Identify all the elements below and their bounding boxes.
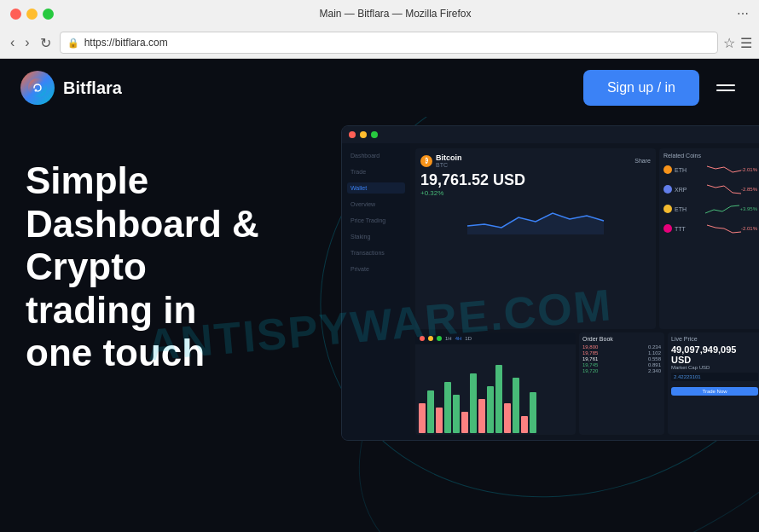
sidebar-item-transactions[interactable]: Transactions [347,247,405,258]
related-coin-name-3: ETH [675,206,705,212]
related-change-4: -2.01% [741,226,757,231]
bookmark-button[interactable]: ☆ [723,35,735,51]
candle-13 [521,416,528,433]
related-title: Related Coins [663,153,757,159]
ob-row-1: 19,800 0.234 [582,344,661,350]
hero-line-5: one touch [26,332,205,373]
hero-heading: Simple Dashboard & Crypto trading in one… [26,159,259,375]
hero-section: ANTISPYWARE.COM Simple Dashboard & Crypt… [0,117,759,532]
candle-1 [419,403,426,433]
sidebar-item-wallet[interactable]: Wallet [347,182,405,194]
candle-2 [427,390,434,433]
website: Bitflara Sign up / in ANTISPYWARE.COM Si… [0,59,759,532]
window-close-button[interactable] [10,9,21,20]
ob-size-1: 0.234 [648,344,661,350]
window-title: Main — Bitflara — Mozilla Firefox [54,8,737,20]
dashboard-preview: Dashboard Trade Wallet Overview Price Tr… [341,125,759,441]
coin-name: Bitcoin [436,153,462,162]
ob-buy-price-1: 19,745 [582,362,598,367]
related-coin-name-4: TTT [675,226,707,232]
ob-mid-price: 19,761 [582,356,598,361]
chart-tab: 1H [445,336,452,341]
ob-sell-price-2: 19,785 [582,350,598,356]
candle-9 [487,386,494,433]
back-button[interactable]: ‹ [7,33,18,53]
signup-button[interactable]: Sign up / in [583,70,699,106]
svg-point-1 [35,90,38,92]
hero-line-4: trading in [26,289,196,331]
ticker-title: Live Price [671,336,758,342]
dash-titlebar [342,126,759,143]
sidebar-item-overview[interactable]: Overview [347,199,405,210]
related-spark-3 [705,201,739,217]
coin-name-group: Bitcoin BTC [436,153,462,168]
browser-chrome: Main — Bitflara — Mozilla Firefox ⋯ ‹ › … [0,0,759,59]
url-bar[interactable]: 🔒 https://bitflara.com [60,32,718,54]
candle-4 [444,382,451,433]
tp-dot-2 [428,336,433,341]
related-coin-icon-eth [663,205,672,213]
ob-size-2: 1.102 [648,350,661,356]
chart-tab-1d: 1D [465,336,472,341]
logo-icon [20,71,55,105]
address-bar: ‹ › ↻ 🔒 https://bitflara.com ☆ ☰ [0,27,759,58]
ticker-price: 49,097,949,095 USD [671,344,758,365]
ob-sell-price-1: 19,800 [582,344,598,350]
svg-point-0 [28,78,47,97]
window-minimize-button[interactable] [26,9,38,20]
candle-8 [478,399,485,433]
hero-line-3: Crypto [26,246,147,287]
sidebar-item-staking[interactable]: Staking [347,231,405,242]
related-spark-1 [707,162,741,177]
share-label: Share [634,158,651,164]
url-text: https://bitflara.com [84,37,168,49]
browser-menu-button[interactable]: ☰ [740,35,752,51]
coin-chart [420,200,651,234]
reload-button[interactable]: ↻ [37,33,55,53]
sidebar-item-price-trading[interactable]: Price Trading [347,215,405,226]
coin-panel: ₿ Bitcoin BTC Share 19,761.52 USD +0.32% [415,148,656,329]
sidebar-item-private[interactable]: Private [347,263,405,275]
forward-button[interactable]: › [21,33,32,53]
title-bar: Main — Bitflara — Mozilla Firefox ⋯ [0,0,759,27]
ticker-panel: Live Price 49,097,949,095 USD Market Cap… [668,332,759,435]
candle-14 [530,392,536,433]
ob-size-5: 2.340 [648,368,661,373]
title-bar-menu-button[interactable]: ⋯ [737,7,749,20]
ob-buy-price-2: 19,720 [582,368,598,373]
ob-row-3: 19,761 0.558 [582,356,661,361]
related-row-3: ETH +3.95% [663,201,757,217]
address-bar-right: ☆ ☰ [723,35,752,51]
menu-line-1 [716,84,735,86]
tp-dot-3 [437,336,442,341]
dashboard-mock: Dashboard Trade Wallet Overview Price Tr… [341,125,759,441]
candle-11 [504,403,511,433]
ticker-address: 2.42223101 [671,373,758,381]
title-bar-right: ⋯ [737,7,749,20]
related-change-1: -2.01% [741,167,757,172]
trade-now-button[interactable]: Trade Now [671,387,758,396]
related-coin-name-2: XRP [675,187,707,193]
hero-text: Simple Dashboard & Crypto trading in one… [26,142,259,375]
sidebar-item-dashboard[interactable]: Dashboard [347,150,405,161]
dash-main: ₿ Bitcoin BTC Share 19,761.52 USD +0.32% [410,143,759,440]
hero-line-2: Dashboard & [26,203,259,245]
related-row-4: TTT -2.01% [663,221,757,236]
sidebar-item-trade[interactable]: Trade [347,166,405,177]
hamburger-menu-button[interactable] [713,81,739,95]
logo-area: Bitflara [20,71,122,105]
coin-price: 19,761.52 USD [420,171,651,189]
trading-panel: 1H 4H 1D [415,332,576,435]
window-maximize-button[interactable] [43,9,54,20]
coin-header: ₿ Bitcoin BTC Share [420,153,651,168]
chart-tab-4h: 4H [455,336,462,341]
dash-body: Dashboard Trade Wallet Overview Price Tr… [342,143,759,440]
related-coins-panel: Related Coins ETH -2.01% [659,148,759,329]
ob-row-2: 19,785 1.102 [582,350,661,356]
ticker-sub: Market Cap USD [671,365,758,370]
window-controls-group [10,9,54,20]
site-nav: Bitflara Sign up / in [0,59,759,117]
related-coin-icon-btc [663,165,672,174]
related-coin-icon-xrp [663,185,672,194]
related-coin-name-1: ETH [675,167,707,173]
